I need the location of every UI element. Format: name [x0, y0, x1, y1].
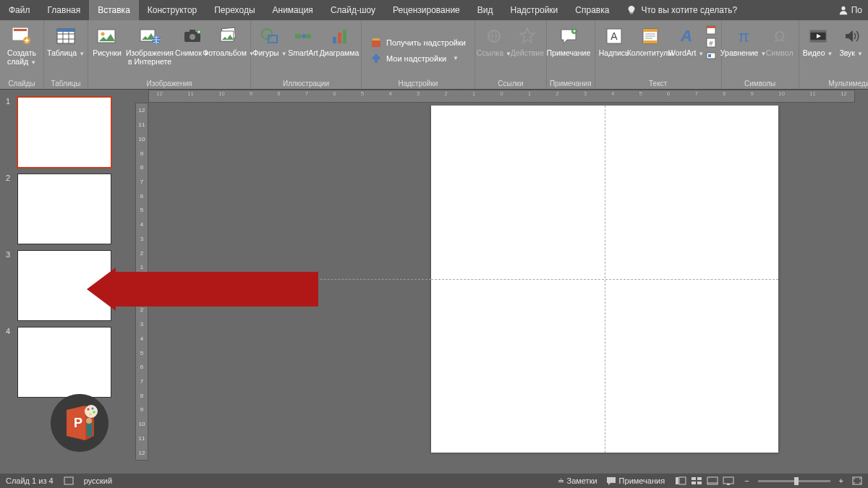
group-comments: Примечание Примечания — [547, 20, 595, 89]
tell-me[interactable]: Что вы хотите сделать? — [618, 0, 746, 20]
menu-view[interactable]: Вид — [469, 0, 502, 20]
object-icon[interactable] — [705, 50, 717, 61]
slide-number-icon[interactable]: # — [705, 37, 717, 48]
group-addins: Получить надстройки Мои надстройки▼ Надс… — [362, 20, 475, 89]
menu-design[interactable]: Конструктор — [139, 0, 205, 20]
svg-point-0 — [841, 7, 845, 10]
menu-insert[interactable]: Вставка — [89, 0, 139, 20]
link-icon — [482, 25, 506, 48]
menu-file[interactable]: Файл — [0, 0, 39, 20]
menu-home[interactable]: Главная — [39, 0, 90, 20]
svg-rect-22 — [295, 34, 301, 38]
slide-counter[interactable]: Слайд 1 из 4 — [6, 476, 54, 485]
equation-button[interactable]: π Уравнение▼ — [725, 22, 762, 60]
zoom-in-button[interactable]: + — [839, 476, 843, 485]
account-area[interactable]: По — [833, 0, 868, 20]
fit-to-window-button[interactable] — [852, 476, 862, 485]
date-icon[interactable] — [705, 24, 717, 35]
table-label: Таблица — [47, 48, 77, 57]
group-label-images: Изображения — [91, 78, 247, 89]
menu-help[interactable]: Справка — [566, 0, 618, 20]
action-button[interactable]: Действие — [511, 22, 543, 60]
shapes-icon — [258, 25, 281, 48]
menu-review[interactable]: Рецензирование — [384, 0, 469, 20]
header-icon — [639, 25, 662, 48]
svg-rect-65 — [64, 477, 73, 484]
comment-button[interactable]: Примечание — [550, 22, 587, 60]
shapes-button[interactable]: Фигуры▼ — [254, 22, 286, 60]
svg-rect-67 — [679, 477, 686, 484]
menu-slideshow[interactable]: Слайд-шоу — [322, 0, 384, 20]
svg-rect-27 — [372, 40, 380, 47]
view-buttons — [673, 475, 736, 487]
svg-rect-51 — [810, 40, 826, 42]
slide-canvas[interactable] — [431, 106, 778, 453]
get-addins-button[interactable]: Получить надстройки — [366, 35, 470, 50]
svg-rect-9 — [57, 29, 75, 32]
svg-rect-71 — [697, 481, 702, 484]
thumb-row-1[interactable]: 1 — [0, 94, 127, 171]
thumb-row-4[interactable]: 4 — [0, 324, 127, 401]
symbol-label: Символ — [766, 49, 793, 58]
comments-icon — [606, 476, 616, 485]
photoalbum-icon — [217, 25, 240, 48]
video-label: Видео — [803, 48, 825, 57]
language-indicator[interactable]: русский — [84, 476, 112, 485]
video-button[interactable]: Видео▼ — [802, 22, 834, 60]
horizontal-guide[interactable] — [431, 279, 778, 280]
comments-toggle[interactable]: Примечания — [606, 476, 665, 485]
audio-button[interactable]: Звук▼ — [835, 22, 867, 60]
slideshow-view-button[interactable] — [721, 475, 736, 487]
photoalbum-label: Фотоальбом — [203, 48, 247, 57]
new-slide-icon — [10, 25, 33, 48]
horizontal-ruler[interactable]: 1211109876543210123456789101112 — [148, 90, 855, 103]
screenshot-icon — [181, 25, 204, 48]
group-label-text: Текст — [598, 78, 718, 89]
spellcheck-icon[interactable] — [64, 476, 74, 486]
group-media: Видео▼ Звук▼ Запись экрана Мультимедиа — [799, 20, 868, 89]
svg-rect-35 — [643, 29, 658, 32]
svg-point-58 — [85, 405, 98, 418]
menu-transitions[interactable]: Переходы — [205, 0, 263, 20]
svg-text:π: π — [738, 27, 749, 46]
chart-button[interactable]: Диаграмма — [320, 22, 358, 60]
symbol-button[interactable]: Ω Символ — [764, 22, 796, 60]
reading-view-button[interactable] — [705, 475, 720, 487]
group-illustrations: Фигуры▼ SmartArt Диаграмма Иллюстрации — [251, 20, 362, 89]
new-slide-button[interactable]: Создать слайд▼ — [3, 22, 41, 68]
table-button[interactable]: Таблица▼ — [47, 22, 85, 60]
photoalbum-button[interactable]: Фотоальбом▼ — [210, 22, 247, 60]
header-footer-button[interactable]: Колонтитулы — [631, 22, 669, 60]
notes-button[interactable]: ≐ Заметки — [558, 476, 597, 486]
table-icon — [54, 25, 77, 48]
svg-point-59 — [88, 408, 90, 411]
normal-view-button[interactable] — [673, 475, 688, 487]
lightbulb-icon — [626, 5, 637, 15]
statusbar: Слайд 1 из 4 русский ≐ Заметки Примечани… — [0, 474, 868, 488]
slide-thumbnail[interactable] — [17, 327, 111, 398]
wordart-button[interactable]: A WordArt▼ — [671, 22, 702, 60]
online-pictures-label: Изображения в Интернете — [126, 49, 174, 66]
link-button[interactable]: Ссылка▼ — [478, 22, 510, 60]
slide-thumbnail[interactable] — [17, 97, 111, 168]
online-pictures-button[interactable]: Изображения в Интернете — [124, 22, 175, 68]
svg-point-15 — [190, 34, 195, 40]
my-addins-button[interactable]: Мои надстройки▼ — [366, 51, 470, 66]
thumb-row-2[interactable]: 2 — [0, 171, 127, 247]
comments-label: Примечания — [619, 476, 665, 485]
group-label-addins: Надстройки — [365, 78, 472, 89]
slide-thumbnail[interactable] — [17, 174, 111, 244]
svg-rect-46 — [708, 54, 711, 57]
user-icon — [838, 5, 848, 15]
zoom-slider[interactable] — [758, 480, 830, 482]
menu-animations[interactable]: Анимация — [264, 0, 322, 20]
zoom-out-button[interactable]: − — [744, 476, 749, 485]
pictures-button[interactable]: Рисунки — [91, 22, 123, 60]
svg-rect-75 — [727, 484, 730, 485]
sorter-view-button[interactable] — [689, 475, 704, 487]
smartart-button[interactable]: SmartArt — [287, 22, 319, 60]
menu-addins[interactable]: Надстройки — [501, 0, 566, 20]
textbox-button[interactable]: A Надпись — [598, 22, 630, 60]
svg-rect-74 — [723, 477, 733, 484]
tell-me-text: Что вы хотите сделать? — [641, 5, 737, 15]
